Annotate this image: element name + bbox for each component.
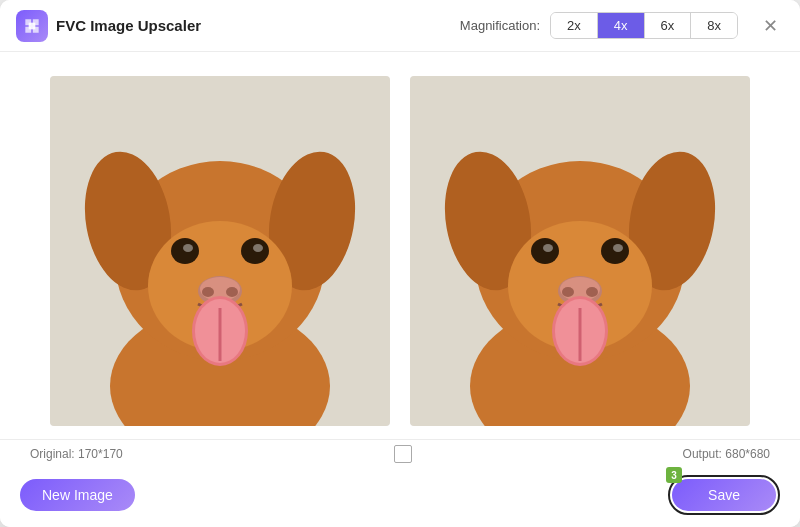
original-size-label: Original: 170*170: [30, 447, 123, 461]
svg-point-25: [543, 244, 553, 252]
main-window: FVC Image Upscaler Magnification: 2x 4x …: [0, 0, 800, 527]
app-title: FVC Image Upscaler: [56, 17, 201, 34]
mag-btn-2x[interactable]: 2x: [551, 13, 598, 38]
svg-point-13: [202, 287, 214, 297]
output-dog-image: [410, 76, 750, 426]
svg-point-14: [226, 287, 238, 297]
status-bar: Original: 170*170 Output: 680*680: [0, 439, 800, 467]
mag-btn-4x[interactable]: 4x: [598, 13, 645, 38]
close-button[interactable]: ✕: [756, 12, 784, 40]
output-size-label: Output: 680*680: [683, 447, 770, 461]
image-area: [0, 52, 800, 439]
new-image-button[interactable]: New Image: [20, 479, 135, 511]
save-button-wrapper: Save: [668, 475, 780, 515]
svg-point-10: [253, 244, 263, 252]
output-image-panel: [410, 76, 750, 426]
svg-rect-0: [29, 22, 36, 29]
svg-point-27: [613, 244, 623, 252]
compare-icon: [394, 445, 412, 463]
save-container: 3 Save: [668, 475, 780, 515]
original-image-panel: [50, 76, 390, 426]
bottom-bar: New Image 3 Save: [0, 467, 800, 527]
magnification-buttons: 2x 4x 6x 8x: [550, 12, 738, 39]
original-dog-image: [50, 76, 390, 426]
svg-point-30: [562, 287, 574, 297]
magnification-label: Magnification:: [460, 18, 540, 33]
save-badge: 3: [666, 467, 682, 483]
compare-separator: [123, 445, 683, 463]
titlebar: FVC Image Upscaler Magnification: 2x 4x …: [0, 0, 800, 52]
save-button[interactable]: Save: [672, 479, 776, 511]
svg-point-8: [183, 244, 193, 252]
app-logo: [16, 10, 48, 42]
mag-btn-6x[interactable]: 6x: [645, 13, 692, 38]
svg-point-31: [586, 287, 598, 297]
app-logo-icon: [22, 16, 42, 36]
mag-btn-8x[interactable]: 8x: [691, 13, 737, 38]
